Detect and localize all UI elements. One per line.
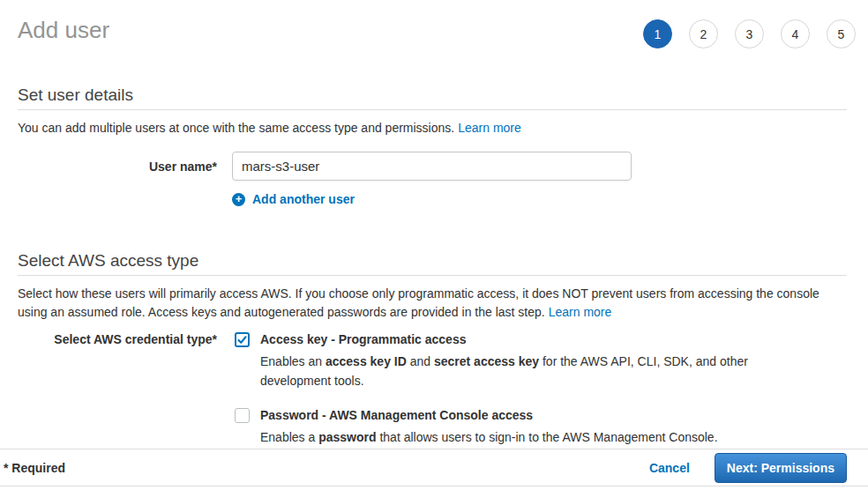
checkmark-icon [236,334,248,345]
user-details-description-text: You can add multiple users at once with … [18,121,454,135]
desc-bold-text: access key ID [326,354,407,368]
desc-bold-text: password [318,430,376,444]
password-option-row: Password - AWS Management Console access… [18,407,847,447]
step-indicator-2: 2 [689,19,718,48]
password-option-title: Password - AWS Management Console access [260,407,718,423]
page-title: Add user [18,16,109,44]
page-header: Add user 1 2 3 4 5 [0,0,868,48]
access-type-description-text: Select how these users will primarily ac… [18,286,819,319]
wizard-step-indicator: 1 2 3 4 5 [643,19,856,48]
step-indicator-1: 1 [643,19,672,48]
credential-type-label: Select AWS credential type* [18,331,217,346]
section-divider [18,109,847,110]
learn-more-link-access-type[interactable]: Learn more [549,305,612,319]
set-user-details-heading: Set user details [18,85,847,106]
username-row: User name* [18,152,847,181]
desc-text: Enables a [260,430,318,444]
desc-text: and [407,354,434,368]
section-divider [18,275,847,276]
step-indicator-3: 3 [735,19,764,48]
access-key-option-title: Access key - Programmatic access [260,331,760,347]
access-type-section: Select AWS access type Select how these … [0,250,868,447]
required-note: * Required [4,461,65,475]
access-key-option-content: Access key - Programmatic access Enables… [260,331,760,390]
next-permissions-button[interactable]: Next: Permissions [715,453,847,483]
desc-text: Enables an [260,354,326,368]
add-another-user-button[interactable]: + Add another user [232,192,847,206]
username-label: User name* [18,160,217,174]
access-type-description: Select how these users will primarily ac… [18,285,847,322]
desc-text: that allows users to sign-in to the AWS … [377,430,718,444]
password-option-content: Password - AWS Management Console access… [260,407,718,447]
password-checkbox[interactable] [235,408,250,423]
access-key-option-row: Select AWS credential type* Access key -… [18,331,847,390]
access-type-heading: Select AWS access type [18,250,847,271]
user-details-description: You can add multiple users at once with … [18,119,847,137]
username-input[interactable] [232,152,632,181]
password-option-description: Enables a password that allows users to … [260,427,718,447]
step-indicator-4: 4 [781,19,810,48]
learn-more-link-user-details[interactable]: Learn more [458,121,521,135]
access-key-option-description: Enables an access key ID and secret acce… [260,352,760,390]
step-indicator-5: 5 [827,19,856,48]
desc-bold-text: secret access key [434,354,539,368]
set-user-details-section: Set user details You can add multiple us… [0,85,868,206]
cancel-button[interactable]: Cancel [649,461,690,475]
add-another-user-label: Add another user [252,192,355,206]
credential-type-label-spacer [18,407,217,408]
wizard-footer: * Required Cancel Next: Permissions [0,449,868,486]
plus-circle-icon: + [232,193,245,206]
access-key-checkbox[interactable] [235,332,250,347]
